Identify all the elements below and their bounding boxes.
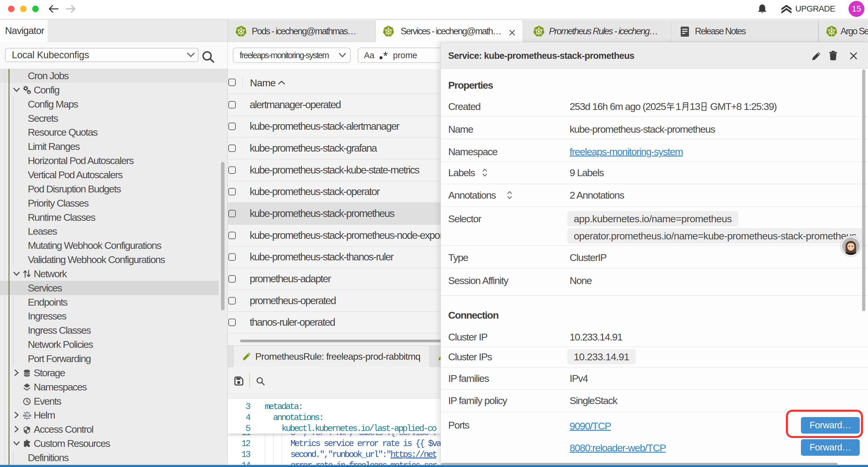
svg-text:HELM: HELM [23, 414, 31, 417]
